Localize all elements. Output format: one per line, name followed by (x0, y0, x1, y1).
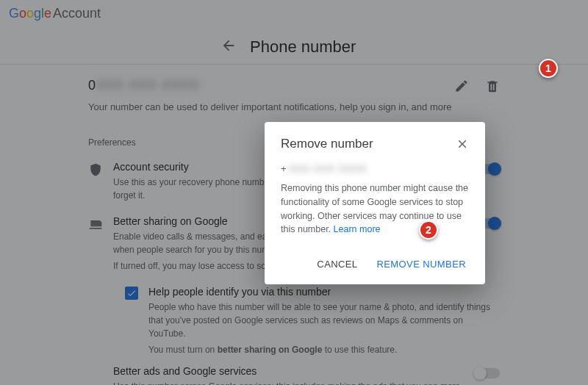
modal-scrim[interactable]: Remove number + XXX XXX XXXX Removing th… (0, 0, 588, 385)
dialog-number: + XXX XXX XXXX (281, 163, 469, 174)
remove-number-dialog: Remove number + XXX XXX XXXX Removing th… (265, 122, 485, 284)
dialog-title: Remove number (281, 137, 373, 151)
dialog-body: Removing this phone number might cause t… (281, 181, 469, 237)
close-icon[interactable] (456, 137, 469, 151)
callout-2: 2 (419, 220, 438, 240)
learn-more-link[interactable]: Learn more (334, 224, 381, 234)
dialog-num-prefix: + (281, 163, 287, 174)
dialog-num-blurred: XXX XXX XXXX (289, 163, 367, 174)
remove-number-button[interactable]: REMOVE NUMBER (374, 254, 470, 274)
cancel-button[interactable]: CANCEL (314, 254, 360, 274)
callout-1: 1 (539, 59, 558, 78)
